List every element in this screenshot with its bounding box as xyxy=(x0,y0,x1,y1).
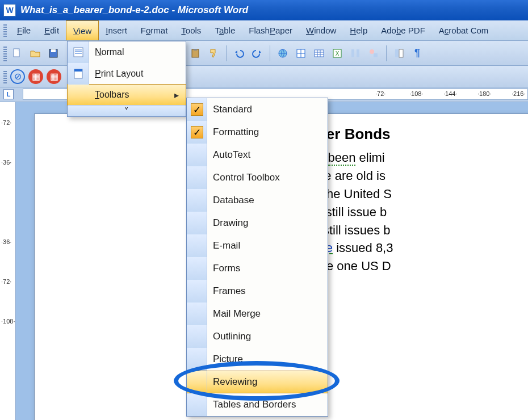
toolbar-control-toolbox[interactable]: Control Toolbox xyxy=(187,166,328,189)
svg-rect-15 xyxy=(194,49,197,51)
pdf-icon-2[interactable]: ▦ xyxy=(47,69,61,84)
menu-bar: File Edit View Insert Format Tools Table… xyxy=(0,20,528,41)
doc-map-button[interactable] xyxy=(391,45,407,61)
save-button[interactable] xyxy=(45,45,61,61)
vertical-ruler[interactable]: ·72· ·36· ·36· ·72· ·108· xyxy=(0,102,16,420)
toolbar-email[interactable]: E-mail xyxy=(187,234,328,257)
svg-rect-25 xyxy=(395,49,399,57)
menu-table[interactable]: Table xyxy=(208,20,242,40)
view-normal[interactable]: Normal xyxy=(68,41,186,63)
toolbar-grip[interactable] xyxy=(3,45,7,61)
toolbar-formatting[interactable]: ✓ Formatting xyxy=(187,121,328,144)
svg-rect-14 xyxy=(192,49,199,57)
toolbar-frames[interactable]: Frames xyxy=(187,280,328,303)
tables-borders-button[interactable] xyxy=(293,45,309,61)
chevron-down-icon: ˅ xyxy=(124,106,129,116)
menu-help[interactable]: Help xyxy=(343,20,374,40)
ruler-mark: ·72· xyxy=(375,90,385,97)
vruler-mark: ·72· xyxy=(1,278,11,285)
undo-button[interactable] xyxy=(231,45,247,61)
svg-rect-26 xyxy=(399,49,403,57)
toolbar-forms[interactable]: Forms xyxy=(187,257,328,280)
menu-view[interactable]: View xyxy=(66,20,99,40)
open-button[interactable] xyxy=(27,45,43,61)
toolbar-outlining[interactable]: Outlining xyxy=(187,325,328,348)
format-painter-button[interactable] xyxy=(206,45,221,61)
menu-insert[interactable]: Insert xyxy=(99,20,134,40)
insert-table-button[interactable] xyxy=(311,45,327,61)
toolbar-autotext[interactable]: AutoText xyxy=(187,144,328,166)
vruler-mark: ·36· xyxy=(1,238,11,245)
toolbar-grip[interactable] xyxy=(3,24,7,37)
ruler-mark: ·216· xyxy=(512,90,525,97)
menu-format[interactable]: Format xyxy=(134,20,175,40)
view-toolbars[interactable]: Toolbars ▸ xyxy=(67,84,186,106)
submenu-arrow-icon: ▸ xyxy=(174,90,186,100)
svg-rect-24 xyxy=(374,53,378,57)
view-print-layout[interactable]: Print Layout xyxy=(68,63,186,85)
view-menu-expand[interactable]: ˅ xyxy=(68,105,186,116)
svg-rect-27 xyxy=(74,48,83,57)
svg-rect-18 xyxy=(315,50,324,57)
ruler-mark: ·144· xyxy=(443,90,457,97)
show-hide-button[interactable]: ¶ xyxy=(409,45,425,61)
menu-adobe-pdf[interactable]: Adobe PDF xyxy=(374,20,432,40)
toolbar-grip[interactable] xyxy=(3,70,7,83)
toolbar-database[interactable]: Database xyxy=(187,189,328,212)
ruler-mark: ·180· xyxy=(477,90,491,97)
vruler-mark: ·108· xyxy=(1,318,15,325)
vruler-mark: ·72· xyxy=(1,119,11,126)
toolbar-tables-borders[interactable]: Tables and Borders xyxy=(187,393,328,416)
new-doc-button[interactable] xyxy=(9,45,25,61)
menu-tools[interactable]: Tools xyxy=(174,20,208,40)
pdf-icon-1[interactable]: ▦ xyxy=(28,69,43,84)
menu-file[interactable]: File xyxy=(10,20,37,40)
tab-selector[interactable]: L xyxy=(3,89,14,99)
window-title: What_is_a_bearer_bond-e-2.doc - Microsof… xyxy=(20,5,248,16)
menu-flashpaper[interactable]: FlashPaper xyxy=(242,20,299,40)
ruler-mark: ·108· xyxy=(409,90,423,97)
title-bar: W What_is_a_bearer_bond-e-2.doc - Micros… xyxy=(0,0,528,20)
view-menu-dropdown: Normal Print Layout Toolbars ▸ ˅ xyxy=(67,41,186,117)
drawing-button[interactable] xyxy=(366,45,382,61)
toolbar-reviewing[interactable]: Reviewing xyxy=(187,371,328,393)
insert-excel-button[interactable]: X xyxy=(329,45,345,61)
toolbars-submenu: ✓ Standard ✓ Formatting AutoText Control… xyxy=(186,98,328,417)
svg-point-23 xyxy=(370,49,374,54)
svg-rect-21 xyxy=(351,49,354,57)
app-icon: W xyxy=(3,4,16,16)
redo-button[interactable] xyxy=(249,45,265,61)
check-icon: ✓ xyxy=(191,126,203,138)
svg-rect-32 xyxy=(74,69,82,72)
check-icon: ✓ xyxy=(191,103,203,116)
circle-icon[interactable]: ⊘ xyxy=(10,69,25,84)
svg-rect-22 xyxy=(357,49,359,57)
paste-button[interactable] xyxy=(187,45,203,61)
hyperlink-button[interactable] xyxy=(275,45,291,61)
grammar-underline: been xyxy=(328,150,355,166)
menu-edit[interactable]: Edit xyxy=(37,20,66,40)
vruler-mark: ·36· xyxy=(1,159,11,166)
toolbar-standard[interactable]: ✓ Standard xyxy=(187,98,328,121)
menu-window[interactable]: Window xyxy=(299,20,343,40)
toolbar-picture[interactable]: Picture xyxy=(187,348,328,371)
toolbar-mail-merge[interactable]: Mail Merge xyxy=(187,303,328,325)
columns-button[interactable] xyxy=(347,45,363,61)
menu-acrobat-comments[interactable]: Acrobat Com xyxy=(432,20,496,40)
svg-text:X: X xyxy=(336,51,340,57)
toolbar-drawing[interactable]: Drawing xyxy=(187,212,328,234)
svg-rect-2 xyxy=(51,49,56,52)
